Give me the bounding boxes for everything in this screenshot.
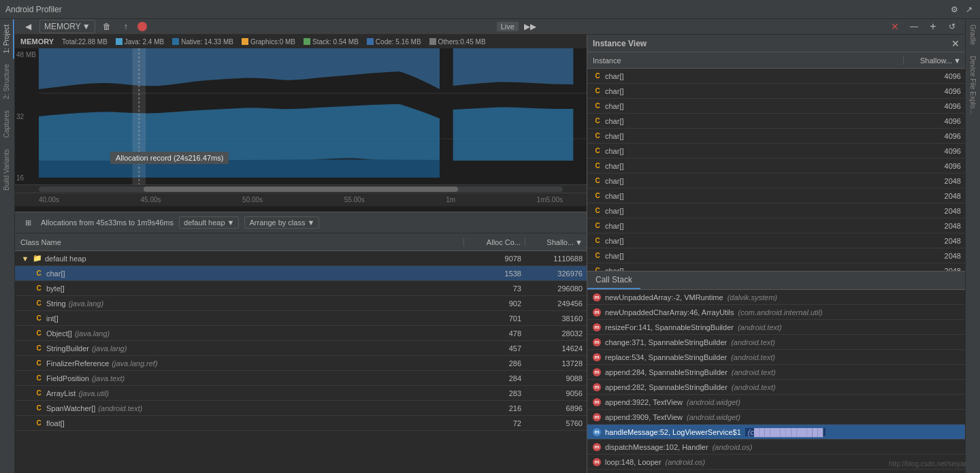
call-stack-row[interactable]: m newUnpaddedCharArray:46, ArrayUtils (c… — [587, 305, 965, 320]
sidebar-tab-structure[interactable]: 2: Structure — [0, 59, 14, 105]
play-button[interactable]: ▶▶ — [523, 19, 538, 34]
instance-row[interactable]: C char[] 4096 — [587, 159, 965, 174]
table-row[interactable]: C StringBuilder (java.lang) 457 14624 — [15, 341, 587, 356]
table-row[interactable]: C SpanWatcher[] (android.text) 216 6896 — [15, 401, 587, 416]
sort-icon[interactable]: ▼ — [575, 238, 583, 246]
method-name: handleMessage:52, LogViewerService$1 — [605, 428, 741, 436]
instance-row[interactable]: C char[] 2048 — [587, 248, 965, 263]
call-stack-tab-button[interactable]: Call Stack — [587, 272, 640, 289]
class-icon: C — [34, 419, 44, 428]
instance-cell: C char[] — [587, 206, 904, 216]
instance-shallow: 4096 — [904, 147, 965, 155]
export-button[interactable]: ↑ — [118, 19, 133, 34]
package-name: (java.lang) — [69, 299, 103, 308]
sidebar-tab-project[interactable]: 1: Project — [0, 19, 14, 59]
instance-row[interactable]: C char[] 2048 — [587, 233, 965, 248]
instance-view-close-button[interactable]: ✕ — [951, 38, 960, 49]
table-row[interactable]: C int[] 701 38160 — [15, 311, 587, 326]
shallow-size-cell: 9088 — [525, 374, 587, 382]
class-name: (android.text) — [732, 368, 776, 376]
instance-row[interactable]: C char[] 2048 — [587, 174, 965, 189]
circular-back-button[interactable]: ↺ — [945, 19, 960, 34]
method-name: append:3909, TextView — [605, 413, 683, 421]
call-stack-row[interactable]: m change:371, SpannableStringBuilder (an… — [587, 335, 965, 350]
instance-row[interactable]: C char[] 4096 — [587, 144, 965, 159]
instance-row[interactable]: C char[] 4096 — [587, 114, 965, 129]
instance-row[interactable]: C char[] 4096 — [587, 84, 965, 99]
method-icon: m — [593, 308, 601, 316]
instance-row[interactable]: C char[] 2048 — [587, 263, 965, 271]
y-label-16: 16 — [16, 174, 37, 182]
call-stack-row[interactable]: m replace:534, SpannableStringBuilder (a… — [587, 350, 965, 365]
instance-row[interactable]: C char[] 4096 — [587, 129, 965, 144]
instance-list[interactable]: C char[] 4096 C char[] 4096 — [587, 69, 965, 271]
arrange-dropdown[interactable]: Arrange by class ▼ — [244, 216, 319, 229]
instance-shallow: 2048 — [904, 237, 965, 245]
table-row[interactable]: ▼ 📁 default heap 9078 1110688 — [15, 251, 587, 266]
sidebar-tab-captures[interactable]: Captures — [0, 105, 14, 144]
call-stack-list[interactable]: m newUnpaddedArray:-2, VMRuntime (dalvik… — [587, 290, 965, 473]
alloc-icon-button[interactable]: ⊞ — [20, 215, 35, 230]
call-stack-row[interactable]: m main:5431, ActivityThread (android.app… — [587, 470, 965, 473]
table-row[interactable]: C byte[] 73 296080 — [15, 281, 587, 296]
instance-row[interactable]: C char[] 2048 — [587, 189, 965, 203]
chart-scrollbar[interactable] — [15, 184, 587, 193]
instance-shallow: 2048 — [904, 192, 965, 200]
instance-row[interactable]: C char[] 4096 — [587, 99, 965, 114]
instance-table-header: Instance Shallow... ▼ — [587, 52, 965, 69]
table-row[interactable]: C char[] 1538 326976 — [15, 266, 587, 281]
call-stack-row[interactable]: m append:3922, TextView (android.widget) — [587, 395, 965, 410]
heap-dropdown[interactable]: default heap ▼ — [179, 216, 239, 229]
main-layout: 1: Project 2: Structure Captures Build V… — [0, 19, 980, 473]
instance-name: char[] — [605, 222, 624, 230]
instance-row[interactable]: C char[] 2048 — [587, 203, 965, 218]
class-cell: ▼ 📁 default heap — [15, 254, 464, 263]
call-stack-row[interactable]: m append:3909, TextView (android.widget) — [587, 410, 965, 425]
instance-cell: C char[] — [587, 176, 904, 186]
memory-chart — [39, 48, 587, 184]
class-icon: C — [34, 284, 44, 293]
call-stack-row[interactable]: m newUnpaddedArray:-2, VMRuntime (dalvik… — [587, 290, 965, 305]
external-link-icon[interactable]: ↗ — [964, 4, 975, 15]
record-button[interactable] — [137, 22, 147, 31]
table-row[interactable]: C FinalizerReference (java.lang.ref) 286… — [15, 356, 587, 371]
sidebar-tab-device-file[interactable]: Device File Explo... — [966, 50, 979, 120]
memory-dropdown[interactable]: MEMORY ▼ — [39, 20, 95, 33]
split-view: MEMORY Total:22.88 MB Java: 2.4 MB Nativ… — [15, 35, 965, 473]
back-button[interactable]: ◀ — [20, 19, 35, 34]
close-red-button[interactable]: ✕ — [887, 19, 902, 34]
shallow-size-cell: 38160 — [525, 314, 587, 323]
minimize-button[interactable]: — — [906, 19, 921, 34]
allocations-table[interactable]: Class Name Alloc Co... Shallo... ▼ ▼ 📁 d… — [15, 233, 587, 473]
instance-cell: C char[] — [587, 221, 904, 231]
table-row[interactable]: C float[] 72 5760 — [15, 416, 587, 431]
call-stack-row[interactable]: m append:284, SpannableStringBuilder (an… — [587, 365, 965, 380]
sidebar-tab-build-variants[interactable]: Build Variants — [0, 144, 14, 196]
alloc-count-cell: 701 — [464, 314, 525, 323]
instance-cell: C char[] — [587, 86, 904, 96]
class-cell: C Object[] (java.lang) — [15, 329, 464, 338]
delete-button[interactable]: 🗑 — [99, 19, 114, 34]
legend-others: Others:0.45 MB — [429, 38, 486, 46]
table-row[interactable]: C FieldPosition (java.text) 284 9088 — [15, 371, 587, 386]
instance-row[interactable]: C char[] 2048 — [587, 218, 965, 233]
call-stack-tab-bar: Call Stack — [587, 271, 965, 290]
call-stack-row[interactable]: m dispatchMessage:102, Handler (android.… — [587, 440, 965, 455]
table-row[interactable]: C Object[] (java.lang) 478 28032 — [15, 326, 587, 341]
scrollbar-thumb[interactable] — [144, 186, 458, 192]
shallow-size-cell: 14624 — [525, 344, 587, 353]
legend-total-label: Total:22.88 MB — [62, 38, 108, 46]
call-stack-row[interactable]: m resizeFor:141, SpannableStringBuilder … — [587, 320, 965, 335]
col-alloc-count: Alloc Co... — [464, 238, 525, 246]
sidebar-tab-gradle[interactable]: Gradle — [966, 19, 979, 50]
table-row[interactable]: C String (java.lang) 902 249456 — [15, 296, 587, 311]
instance-row[interactable]: C char[] 4096 — [587, 69, 965, 84]
call-stack-row[interactable]: m append:282, SpannableStringBuilder (an… — [587, 380, 965, 395]
add-button[interactable]: + — [926, 19, 941, 34]
method-name: append:3922, TextView — [605, 398, 683, 406]
settings-icon[interactable]: ⚙ — [949, 4, 960, 15]
class-cell: C FinalizerReference (java.lang.ref) — [15, 359, 464, 368]
table-row[interactable]: C ArrayList (java.util) 283 9056 — [15, 386, 587, 401]
call-stack-row[interactable]: m handleMessage:52, LogViewerService$1 (… — [587, 425, 965, 440]
shallow-sort-icon[interactable]: ▼ — [953, 56, 961, 65]
